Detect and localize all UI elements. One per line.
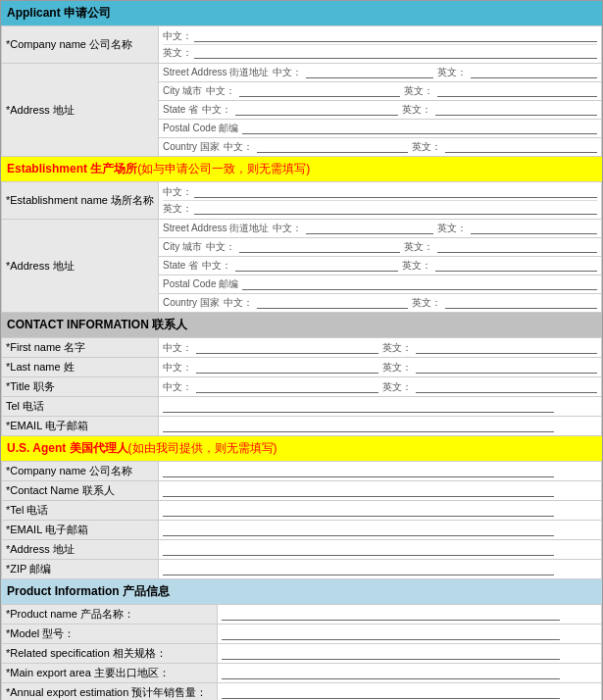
en-label: 英文： — [412, 296, 441, 310]
related-spec-label: *Related specification 相关规格： — [2, 644, 218, 664]
zh-label: 中文： — [163, 361, 192, 375]
company-name-value[interactable]: 中文： 英文： — [159, 26, 602, 64]
model-label: *Model 型号： — [2, 625, 218, 644]
postal-input[interactable] — [242, 123, 597, 134]
tel-input[interactable] — [163, 401, 554, 413]
agent-tel-value[interactable] — [159, 501, 602, 521]
related-spec-value[interactable] — [218, 644, 602, 664]
company-name-zh-input[interactable] — [194, 30, 597, 42]
main-export-value[interactable] — [218, 664, 602, 683]
agent-address-value[interactable] — [159, 540, 602, 560]
city-en-input[interactable] — [437, 85, 598, 97]
state-zh-input[interactable] — [235, 104, 397, 116]
estab-country-en-input[interactable] — [445, 297, 597, 309]
title-en-input[interactable] — [416, 381, 598, 393]
agent-address-input[interactable] — [163, 544, 554, 556]
applicant-table: *Company name 公司名称 中文： 英文： *Address 地址 S… — [1, 25, 602, 157]
estab-state-en-input[interactable] — [435, 260, 597, 272]
annual-export-input[interactable] — [222, 687, 560, 699]
city-zh-input[interactable] — [239, 85, 400, 97]
firstname-zh-input[interactable] — [196, 342, 378, 354]
estab-city-en-input[interactable] — [437, 241, 598, 253]
title-value: 中文： 英文： — [159, 377, 602, 397]
annual-export-value[interactable] — [218, 683, 602, 701]
tel-value[interactable] — [159, 397, 602, 417]
agent-zip-label: *ZIP 邮编 — [2, 560, 159, 579]
estab-street-sub-label: Street Address 街道地址 — [163, 222, 269, 235]
agent-contact-value[interactable] — [159, 481, 602, 501]
table-row: *EMAIL 电子邮箱 — [2, 417, 602, 436]
en-label: 英文： — [437, 66, 467, 79]
title-label: *Title 职务 — [2, 377, 159, 397]
agent-company-label: *Company name 公司名称 — [2, 462, 159, 481]
table-row: *Tel 电话 — [2, 501, 602, 521]
establishment-table: *Establishment name 场所名称 中文： 英文： *Addres… — [1, 181, 602, 313]
firstname-value: 中文： 英文： — [159, 338, 602, 358]
title-zh-input[interactable] — [196, 381, 378, 393]
main-export-input[interactable] — [222, 668, 560, 679]
city-sub-label: City 城市 — [163, 84, 202, 98]
en-label: 英文： — [404, 84, 433, 98]
state-en-input[interactable] — [435, 104, 597, 116]
main-export-label: *Main export area 主要出口地区： — [2, 664, 218, 683]
model-value[interactable] — [218, 625, 602, 644]
table-row: *Address 地址 Street Address 街道地址 中文： 英文： — [2, 220, 602, 238]
en-label: 英文： — [382, 341, 412, 355]
estab-street-zh-input[interactable] — [306, 223, 432, 234]
street-zh-input[interactable] — [306, 67, 432, 78]
related-spec-input[interactable] — [222, 648, 560, 660]
email-value[interactable] — [159, 417, 602, 436]
country-en-input[interactable] — [445, 141, 597, 153]
table-row: *Model 型号： — [2, 625, 602, 644]
contact-header-text: CONTACT INFORMATION 联系人 — [7, 318, 187, 331]
email-input[interactable] — [163, 421, 554, 432]
zh-label: 中文： — [224, 140, 253, 154]
estab-address-label: *Address 地址 — [2, 220, 159, 313]
zh-label: 中文： — [202, 259, 231, 273]
agent-email-input[interactable] — [163, 525, 554, 536]
estab-street-cell: Street Address 街道地址 中文： 英文： — [159, 220, 602, 238]
street-en-input[interactable] — [471, 67, 597, 78]
firstname-en-input[interactable] — [416, 342, 598, 354]
product-name-input[interactable] — [222, 609, 560, 621]
estab-name-en-input[interactable] — [194, 203, 597, 215]
tel-label: Tel 电话 — [2, 397, 159, 417]
table-row: *Title 职务 中文： 英文： — [2, 377, 602, 397]
table-row: *Main export area 主要出口地区： — [2, 664, 602, 683]
estab-state-sub-label: State 省 — [163, 259, 198, 273]
agent-tel-input[interactable] — [163, 505, 554, 517]
country-sub-label: Country 国家 — [163, 140, 220, 154]
agent-email-value[interactable] — [159, 521, 602, 540]
model-input[interactable] — [222, 628, 560, 640]
agent-zip-input[interactable] — [163, 564, 554, 575]
lastname-label: *Last name 姓 — [2, 358, 159, 377]
estab-postal-input[interactable] — [242, 278, 597, 290]
estab-street-en-input[interactable] — [471, 223, 597, 234]
en-label: 英文： — [163, 46, 192, 60]
lastname-zh-input[interactable] — [196, 362, 378, 374]
agent-tel-label: *Tel 电话 — [2, 501, 159, 521]
agent-contact-input[interactable] — [163, 485, 554, 497]
us-agent-header: U.S. Agent 美国代理人(如由我司提供，则无需填写) — [1, 436, 602, 461]
estab-name-zh-input[interactable] — [194, 186, 597, 198]
product-name-value[interactable] — [218, 605, 602, 625]
company-name-en-input[interactable] — [194, 47, 597, 59]
estab-postal-sub-label: Postal Code 邮编 — [163, 277, 238, 291]
estab-state-zh-input[interactable] — [235, 260, 397, 272]
estab-city-zh-input[interactable] — [239, 241, 400, 253]
estab-name-value[interactable]: 中文： 英文： — [159, 182, 602, 220]
table-row: *First name 名字 中文： 英文： — [2, 338, 602, 358]
agent-zip-value[interactable] — [159, 560, 602, 579]
table-row: *Related specification 相关规格： — [2, 644, 602, 664]
estab-country-zh-input[interactable] — [257, 297, 409, 309]
us-agent-header-text: U.S. Agent 美国代理人(如由我司提供，则无需填写) — [7, 441, 277, 455]
agent-company-value[interactable] — [159, 462, 602, 481]
lastname-en-input[interactable] — [416, 362, 598, 374]
table-row: *EMAIL 电子邮箱 — [2, 521, 602, 540]
address-label: *Address 地址 — [2, 64, 159, 157]
en-label: 英文： — [404, 240, 433, 254]
agent-company-input[interactable] — [163, 466, 554, 477]
zh-label: 中文： — [163, 341, 192, 355]
zh-label: 中文： — [273, 222, 302, 235]
country-zh-input[interactable] — [257, 141, 409, 153]
